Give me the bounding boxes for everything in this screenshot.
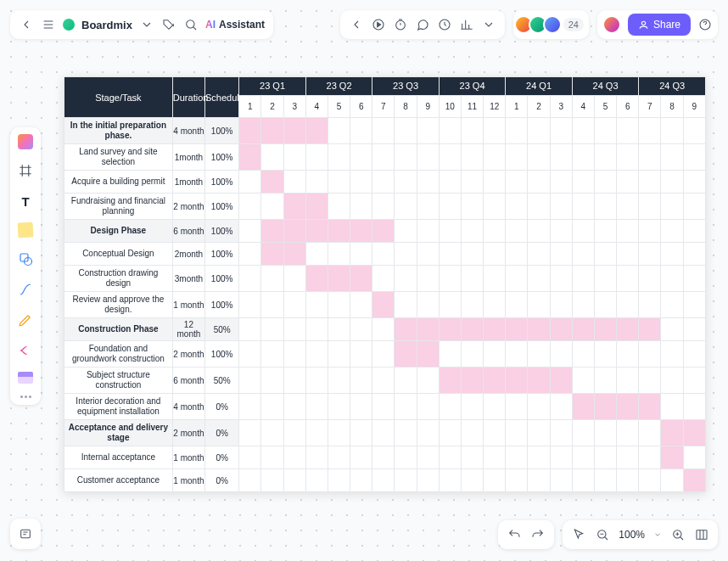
- minimap-button[interactable]: [10, 519, 41, 549]
- comment-icon[interactable]: [415, 17, 430, 32]
- gantt-cell: [328, 171, 350, 194]
- task-name-cell: Foundation and groundwork construction: [64, 341, 173, 367]
- gantt-row[interactable]: Design Phase6 month100%: [64, 220, 706, 243]
- gantt-cell: [661, 341, 683, 367]
- back-icon[interactable]: [19, 17, 34, 32]
- gantt-row[interactable]: Acquire a building permit1month100%: [64, 171, 706, 194]
- gantt-row[interactable]: Review and approve the design.1 month100…: [64, 292, 706, 318]
- gantt-cell: [328, 194, 350, 220]
- gantt-row[interactable]: Construction drawing design3month100%: [64, 266, 706, 292]
- gantt-cell: [305, 194, 328, 220]
- shape-tool-icon[interactable]: [16, 250, 35, 268]
- gantt-cell: [639, 292, 661, 318]
- gantt-cell: [283, 194, 305, 220]
- menu-icon[interactable]: [41, 17, 56, 32]
- gantt-cell: [305, 144, 328, 171]
- gantt-cell: [239, 446, 261, 469]
- play-icon[interactable]: [371, 17, 386, 32]
- gantt-cell: [395, 243, 417, 266]
- pen-tool-icon[interactable]: [16, 311, 35, 329]
- month-header: 7: [372, 95, 395, 117]
- zoom-level[interactable]: 100%: [619, 529, 645, 541]
- gantt-row[interactable]: Acceptance and delivery stage2 month0%: [64, 420, 706, 446]
- gantt-cell: [350, 243, 372, 266]
- connector-tool-icon[interactable]: [16, 280, 35, 299]
- gantt-cell: [506, 446, 528, 469]
- gantt-cell: [439, 367, 461, 394]
- undo-icon[interactable]: [507, 527, 522, 542]
- zoom-in-icon[interactable]: [670, 527, 686, 542]
- collaborators-group: 24: [513, 10, 589, 39]
- gantt-cell: [439, 220, 461, 243]
- gantt-cell: [683, 420, 705, 446]
- gantt-row[interactable]: Construction Phase12 month50%: [64, 318, 706, 341]
- gantt-cell: [350, 220, 372, 243]
- gantt-cell: [395, 266, 417, 292]
- month-header: 3: [550, 95, 572, 117]
- chevron-down-icon[interactable]: [139, 17, 154, 32]
- duration-cell: 4 month: [172, 394, 204, 420]
- task-name-cell: Subject structure construction: [64, 367, 173, 394]
- gantt-cell: [261, 341, 283, 367]
- col-duration: Duration: [172, 77, 204, 118]
- template-tool-icon[interactable]: [18, 372, 33, 384]
- help-icon[interactable]: [697, 17, 713, 32]
- history-icon[interactable]: [437, 17, 452, 32]
- sticky-note-tool-icon[interactable]: [18, 222, 34, 238]
- gantt-row[interactable]: Subject structure construction6 month50%: [64, 367, 706, 394]
- gantt-cell: [550, 341, 572, 367]
- gantt-cell: [283, 266, 305, 292]
- share-button[interactable]: Share: [628, 14, 691, 36]
- avatar-stack[interactable]: 24: [518, 15, 584, 34]
- pointer-icon[interactable]: [571, 527, 586, 542]
- more-tools-icon[interactable]: [20, 396, 31, 398]
- schedule-cell: 100%: [205, 243, 239, 266]
- gantt-row[interactable]: In the initial preparation phase.4 month…: [64, 118, 706, 144]
- gantt-cell: [372, 394, 395, 420]
- gantt-row[interactable]: Foundation and groundwork construction2 …: [64, 341, 706, 367]
- frame-tool-icon[interactable]: [16, 161, 35, 180]
- zoom-chevron-icon[interactable]: [653, 527, 662, 542]
- more-chevron-icon[interactable]: [481, 17, 496, 32]
- gantt-cell: [594, 394, 616, 420]
- shapes-tool-icon[interactable]: [18, 134, 33, 149]
- redo-icon[interactable]: [530, 527, 546, 542]
- gantt-row[interactable]: Customer acceptance1 month0%: [64, 469, 706, 492]
- text-tool-icon[interactable]: T: [16, 192, 35, 210]
- task-name-cell: Land survey and site selection: [64, 144, 173, 171]
- timer-icon[interactable]: [393, 17, 408, 32]
- current-user-avatar[interactable]: [602, 15, 621, 34]
- schedule-cell: 100%: [205, 220, 239, 243]
- mindmap-tool-icon[interactable]: [16, 341, 35, 360]
- header-row-quarters: Stage/Task Duration Schedule 23 Q1 23 Q2…: [64, 77, 706, 96]
- gantt-cell: [617, 220, 639, 243]
- duration-cell: 2 month: [172, 420, 204, 446]
- gantt-chart[interactable]: Stage/Task Duration Schedule 23 Q1 23 Q2…: [64, 76, 706, 492]
- tag-icon[interactable]: [161, 17, 176, 32]
- gantt-cell: [439, 420, 461, 446]
- gantt-cell: [594, 420, 616, 446]
- gantt-row[interactable]: Conceptual Design2month100%: [64, 243, 706, 266]
- gantt-cell: [395, 341, 417, 367]
- gantt-row[interactable]: Fundraising and financial planning2 mont…: [64, 194, 706, 220]
- chart-icon[interactable]: [459, 17, 474, 32]
- gantt-cell: [417, 118, 439, 144]
- gantt-row[interactable]: Internal acceptance1 month0%: [64, 446, 706, 469]
- gantt-cell: [283, 446, 305, 469]
- gantt-cell: [461, 446, 483, 469]
- gantt-row[interactable]: Interior decoration and equipment instal…: [64, 394, 706, 420]
- month-header: 5: [594, 95, 616, 117]
- brand-name[interactable]: Boardmix: [81, 19, 132, 31]
- map-view-icon[interactable]: [694, 527, 709, 542]
- gantt-row[interactable]: Land survey and site selection1month100%: [64, 144, 706, 171]
- gantt-cell: [372, 243, 395, 266]
- chevron-left-icon[interactable]: [349, 17, 364, 32]
- zoom-out-icon[interactable]: [595, 527, 610, 542]
- search-icon[interactable]: [183, 17, 199, 32]
- gantt-cell: [328, 118, 350, 144]
- gantt-cell: [617, 446, 639, 469]
- gantt-cell: [639, 194, 661, 220]
- gantt-cell: [639, 220, 661, 243]
- ai-assistant-button[interactable]: AI Assistant: [205, 19, 265, 31]
- gantt-cell: [239, 194, 261, 220]
